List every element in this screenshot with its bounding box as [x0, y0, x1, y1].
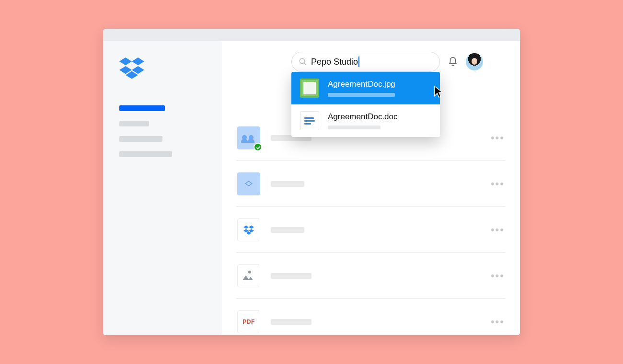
shared-folder-icon: [237, 126, 260, 149]
svg-marker-12: [246, 231, 252, 235]
svg-marker-0: [119, 57, 132, 65]
file-name-placeholder: [271, 319, 312, 325]
dropbox-logo-icon: [119, 57, 210, 79]
sidebar-item-active[interactable]: [119, 105, 165, 111]
search-input[interactable]: Pepo Studio: [291, 52, 440, 72]
app-window: Pepo Studio AgreementDoc.jpg: [103, 29, 520, 335]
row-more-icon[interactable]: •••: [491, 317, 505, 327]
dropbox-folder-icon: [237, 172, 260, 195]
pdf-file-icon: PDF: [237, 310, 260, 333]
text-caret: [358, 57, 359, 67]
avatar[interactable]: [466, 53, 483, 70]
pdf-label: PDF: [242, 318, 255, 325]
sidebar-item[interactable]: [119, 151, 172, 157]
window-titlebar: [103, 29, 520, 41]
main-panel: Pepo Studio AgreementDoc.jpg: [222, 41, 520, 335]
svg-marker-8: [243, 225, 249, 228]
search-result-subtitle: [328, 125, 381, 129]
svg-line-6: [304, 63, 306, 65]
svg-marker-9: [249, 225, 254, 228]
row-more-icon[interactable]: •••: [491, 225, 505, 235]
row-more-icon[interactable]: •••: [491, 179, 505, 189]
image-file-icon: [300, 79, 319, 98]
row-more-icon[interactable]: •••: [491, 271, 505, 281]
search-result-subtitle: [328, 93, 395, 97]
svg-marker-10: [243, 229, 249, 232]
file-row[interactable]: •••: [236, 207, 506, 253]
sidebar-item[interactable]: [119, 121, 149, 126]
file-row[interactable]: •••: [236, 161, 506, 207]
search-result-item[interactable]: AgreementDoc.jpg: [291, 72, 440, 104]
search-icon: [299, 57, 307, 66]
search-result-name: AgreementDoc.doc: [328, 112, 398, 122]
file-list: ••• •••: [236, 115, 506, 335]
svg-marker-1: [132, 57, 144, 65]
svg-marker-7: [245, 181, 252, 186]
synced-check-icon: [254, 143, 262, 151]
file-name-placeholder: [271, 273, 312, 279]
row-more-icon[interactable]: •••: [491, 133, 505, 143]
svg-marker-11: [249, 229, 254, 232]
search-result-name: AgreementDoc.jpg: [328, 80, 395, 89]
sidebar: [103, 41, 222, 335]
image-file-icon: [237, 264, 260, 287]
search-results-dropdown: AgreementDoc.jpg AgreementDoc.doc: [291, 72, 440, 137]
file-row[interactable]: •••: [236, 253, 506, 299]
notifications-icon[interactable]: [448, 57, 458, 67]
file-name-placeholder: [271, 227, 304, 233]
document-file-icon: [300, 111, 319, 130]
dropbox-file-icon: [237, 218, 260, 241]
file-name-placeholder: [271, 181, 304, 187]
search-result-item[interactable]: AgreementDoc.doc: [291, 104, 440, 137]
sidebar-item[interactable]: [119, 136, 162, 142]
svg-point-5: [300, 58, 305, 64]
file-row[interactable]: PDF •••: [236, 299, 506, 335]
search-value: Pepo Studio: [311, 57, 358, 67]
